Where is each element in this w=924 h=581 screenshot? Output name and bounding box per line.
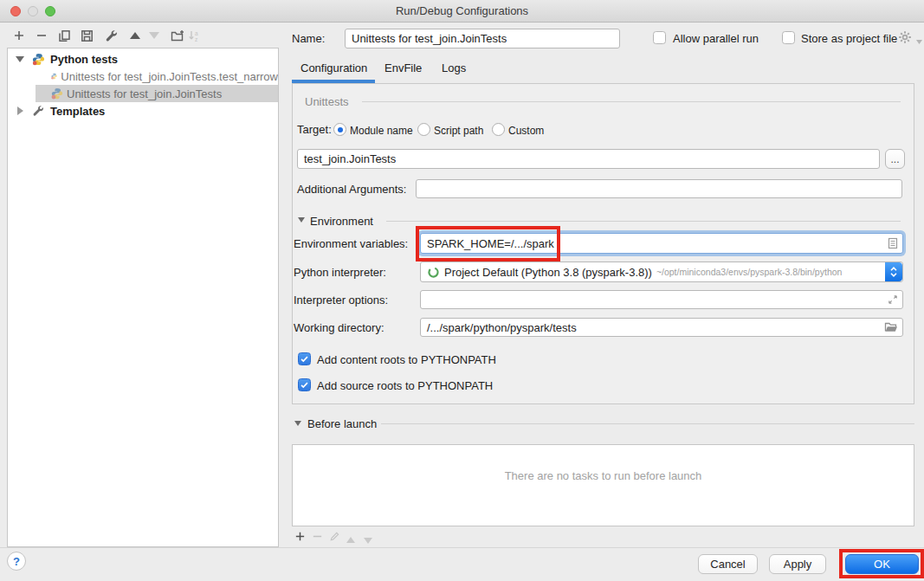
working-directory-input[interactable]: /.../spark/python/pyspark/tests [420, 318, 903, 337]
move-up-button[interactable] [128, 29, 142, 42]
move-down-button[interactable] [147, 29, 161, 42]
target-label: Target: [297, 123, 332, 136]
before-launch-task-list[interactable] [292, 444, 914, 526]
allow-parallel-run-label: Allow parallel run [673, 32, 759, 45]
tab-configuration[interactable]: Configuration [300, 61, 367, 74]
target-custom-radio[interactable] [492, 123, 505, 136]
dropdown-stepper-icon[interactable] [885, 262, 902, 281]
add-content-roots-label: Add content roots to PYTHONPATH [317, 353, 496, 366]
collapse-arrow-icon[interactable] [17, 107, 23, 115]
cancel-button[interactable]: Cancel [698, 554, 758, 574]
target-script-path-radio[interactable] [417, 123, 430, 136]
store-options-button[interactable] [898, 30, 922, 47]
sort-configurations-button[interactable]: az [188, 29, 202, 42]
group-divider [362, 101, 901, 102]
svg-text:z: z [195, 36, 197, 42]
wrench-icon [105, 29, 118, 42]
help-question-icon: ? [13, 555, 20, 568]
ellipsis-icon: ... [890, 155, 899, 164]
new-folder-button[interactable] [171, 29, 184, 42]
expand-editor-button[interactable] [888, 294, 898, 305]
python-test-config-icon [51, 70, 57, 82]
store-as-project-file-checkbox[interactable] [782, 31, 795, 44]
apply-button[interactable]: Apply [769, 554, 826, 574]
target-module-name-radio[interactable] [333, 123, 346, 136]
tab-envfile[interactable]: EnvFile [384, 61, 422, 74]
python-interpreter-value: Project Default (Python 3.8 (pyspark-3.8… [444, 266, 652, 279]
environment-collapse-arrow-icon[interactable] [298, 217, 305, 223]
target-custom-label[interactable]: Custom [508, 125, 544, 137]
python-interpreter-path: ~/opt/miniconda3/envs/pyspark-3.8/bin/py… [656, 267, 843, 277]
configurations-tree: Python tests Unittests for test_join.Joi… [7, 48, 279, 547]
sort-alphabetically-icon: az [188, 29, 202, 42]
remove-icon [36, 29, 48, 42]
before-launch-remove-button[interactable] [312, 531, 323, 545]
add-content-roots-checkbox[interactable] [298, 352, 311, 365]
tree-item-python-tests[interactable]: Python tests [8, 50, 278, 68]
unittests-group-label: Unittests [305, 95, 349, 108]
check-icon [300, 354, 309, 364]
environment-variables-label: Environment variables: [294, 237, 408, 250]
interpreter-options-input[interactable] [420, 290, 903, 309]
python-interpreter-select[interactable]: Project Default (Python 3.8 (pyspark-3.8… [420, 261, 903, 282]
additional-arguments-input[interactable] [416, 179, 902, 198]
target-value-input[interactable]: test_join.JoinTests [297, 149, 880, 169]
expand-diagonal-icon [888, 294, 898, 305]
working-directory-value: /.../spark/python/pyspark/tests [427, 321, 577, 334]
move-down-icon [364, 538, 372, 544]
chevron-down-icon [916, 40, 922, 44]
save-icon [81, 29, 94, 42]
save-configuration-button[interactable] [80, 29, 94, 42]
variables-list-icon [888, 237, 898, 249]
name-label: Name: [292, 32, 325, 45]
before-launch-move-down-button[interactable] [364, 533, 372, 546]
tree-item-test-narrow[interactable]: Unittests for test_join.JoinTests.test_n… [8, 68, 278, 85]
before-launch-add-button[interactable] [294, 531, 306, 545]
target-script-path-label[interactable]: Script path [434, 125, 483, 137]
expand-arrow-icon[interactable] [16, 56, 24, 62]
help-button[interactable]: ? [7, 552, 26, 571]
tab-logs[interactable]: Logs [442, 61, 466, 74]
browse-folder-button[interactable] [884, 322, 898, 333]
tree-item-label: Templates [50, 105, 105, 118]
before-launch-label[interactable]: Before launch [307, 417, 377, 430]
settings-gear-icon [898, 30, 912, 44]
environment-group-label[interactable]: Environment [310, 215, 373, 228]
name-input[interactable]: Unittests for test_join.JoinTests [345, 29, 620, 48]
working-directory-label: Working directory: [294, 321, 384, 334]
add-source-roots-checkbox[interactable] [298, 378, 311, 391]
target-module-name-label[interactable]: Module name [350, 125, 413, 137]
copy-configuration-button[interactable] [57, 29, 71, 42]
edit-templates-button[interactable] [104, 29, 118, 42]
before-launch-empty-text: There are no tasks to run before launch [292, 469, 914, 482]
tree-item-label: Unittests for test_join.JoinTests [67, 87, 222, 100]
add-configuration-button[interactable] [12, 29, 26, 42]
svg-text:a: a [195, 30, 198, 36]
environment-variables-value: SPARK_HOME=/.../spark [427, 237, 554, 250]
before-launch-move-up-button[interactable] [346, 533, 355, 545]
python-interpreter-label: Python interpreter: [294, 266, 386, 279]
browse-target-button[interactable]: ... [885, 149, 905, 169]
environment-variables-input[interactable]: SPARK_HOME=/.../spark [420, 233, 903, 254]
edit-variables-button[interactable] [888, 237, 898, 249]
before-launch-edit-button[interactable] [329, 531, 340, 545]
group-divider [381, 423, 914, 424]
additional-arguments-label: Additional Arguments: [297, 183, 406, 196]
before-launch-collapse-arrow-icon[interactable] [294, 421, 301, 426]
footer-divider [0, 547, 924, 548]
templates-wrench-icon [32, 105, 44, 117]
python-test-config-icon [51, 87, 63, 100]
tree-item-label: Python tests [50, 53, 118, 66]
tree-item-label: Unittests for test_join.JoinTests.test_n… [61, 70, 278, 83]
ok-button[interactable]: OK [845, 554, 919, 574]
open-folder-icon [884, 322, 898, 333]
tree-item-templates[interactable]: Templates [8, 102, 278, 119]
add-icon [294, 531, 306, 542]
move-down-icon [149, 32, 159, 39]
interpreter-options-label: Interpreter options: [294, 294, 388, 307]
allow-parallel-run-checkbox[interactable] [653, 31, 666, 44]
remove-configuration-button[interactable] [35, 29, 48, 42]
move-up-icon [346, 537, 355, 543]
tree-item-jointests-selected[interactable]: Unittests for test_join.JoinTests [8, 85, 278, 102]
copy-icon [58, 29, 71, 42]
